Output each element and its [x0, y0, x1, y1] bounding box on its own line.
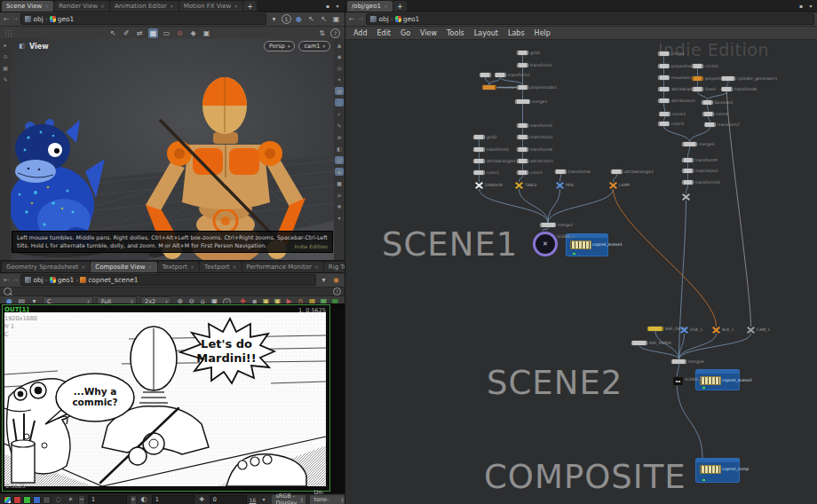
node-scene-1[interactable]: ✕SCENE_1 — [533, 232, 558, 256]
lock-camera-icon[interactable]: ◉ — [335, 52, 344, 60]
node-attribwrangle2[interactable]: attribwrangle2 — [611, 169, 623, 174]
dolly-icon[interactable]: ■ — [335, 179, 344, 187]
view-region-icon[interactable]: ▭ — [162, 28, 171, 38]
tab-close-icon[interactable]: × — [147, 264, 152, 270]
tab-close-icon[interactable]: × — [44, 4, 49, 9]
pane-menu-icon[interactable]: ▾ — [334, 3, 341, 10]
network-sync-icon[interactable]: ⇅ — [317, 28, 327, 38]
menu-edit[interactable]: Edit — [377, 29, 392, 37]
network-box-header[interactable] — [696, 370, 739, 374]
camera-dropdown[interactable]: cam1▾ — [298, 41, 330, 51]
node-circle1[interactable]: circle1 — [658, 51, 670, 56]
tab-close-icon[interactable]: × — [100, 4, 105, 9]
channel-alpha-swatch[interactable] — [43, 496, 51, 504]
projection-dropdown[interactable]: Persp▾ — [264, 41, 295, 51]
colorspace-select[interactable]: sRGB - Display↕ — [271, 494, 306, 504]
node-polyextrude2[interactable]: polyextrude2 — [658, 64, 670, 68]
node-mountain1[interactable]: mountain1 — [482, 85, 496, 90]
grid-display-icon[interactable]: ▥ — [335, 156, 344, 164]
contrast-value[interactable]: 1 — [152, 495, 194, 504]
breadcrumb-copnet[interactable]: copnet_scene1 — [80, 276, 138, 284]
display-options-icon[interactable]: ✦ — [335, 75, 344, 83]
visibility-icon[interactable]: ✓ — [335, 110, 344, 118]
node-attribcolor1[interactable]: attribcolor1 — [517, 159, 528, 163]
wireframe-icon[interactable]: ◇ — [335, 98, 344, 106]
node-transform4[interactable]: transform4 — [517, 147, 528, 152]
copnet-node-thumbnail[interactable] — [570, 240, 591, 249]
node-grid2[interactable]: grid2 — [473, 135, 485, 139]
bit-depth-label[interactable]: 16 — [250, 497, 257, 503]
network-box-header[interactable] — [696, 459, 739, 462]
breadcrumb-geo1[interactable]: geo1 — [50, 15, 75, 23]
handles-tool-icon[interactable]: ⇄ — [135, 28, 145, 38]
depth-dropdown-icon[interactable]: ▾ — [258, 495, 268, 504]
tab-motion-fx-view[interactable]: Motion FX View× — [179, 1, 243, 12]
pan-icon[interactable]: ≡ — [335, 191, 344, 199]
normals-icon[interactable]: ◧ — [335, 145, 344, 153]
tab-performance-monitor[interactable]: Performance Monitor× — [242, 262, 323, 272]
node-fuse1[interactable]: fuse1 — [692, 87, 703, 91]
breadcrumb-geo1[interactable]: geo1 — [50, 276, 75, 284]
node-attribwrangle1[interactable]: attribwrangle1 — [473, 159, 485, 163]
forward-icon[interactable]: → — [358, 16, 364, 23]
node-color4[interactable]: color4 — [702, 112, 714, 116]
node-ref-paper[interactable]: REF_PAPER — [631, 341, 647, 345]
cursor-mode-icon[interactable]: ↖ — [306, 14, 316, 24]
tab-textport[interactable]: Textport× — [200, 262, 242, 272]
breadcrumb-obj[interactable]: obj — [370, 15, 388, 23]
breadcrumb-geo1[interactable]: geo1 — [395, 15, 420, 23]
network-box-copnet-comp[interactable]: copnet_comp — [695, 458, 740, 483]
select-tool-icon[interactable]: ↖ — [108, 28, 118, 38]
node-transform9[interactable]: transform9 — [682, 158, 694, 162]
composite-viewer[interactable]: OUT[1] 1920x1080 fr 1 C 1, 0.5625 0.5625 — [0, 303, 345, 494]
pin-viewport-icon[interactable]: ⊙ — [1, 52, 10, 60]
node-merge4[interactable]: merge4 — [671, 359, 686, 364]
help-icon[interactable]: ? — [330, 28, 340, 38]
snapshot-icon[interactable]: ▣ — [202, 28, 211, 38]
tab-close-icon[interactable]: × — [314, 264, 319, 270]
tab-render-view[interactable]: Render View× — [54, 1, 109, 12]
brightness-icon[interactable]: ☀ — [66, 495, 75, 504]
menu-add[interactable]: Add — [353, 29, 368, 37]
tab-close-icon[interactable]: × — [233, 264, 237, 270]
node-circle2[interactable]: circle2 — [692, 64, 703, 68]
back-icon[interactable]: ← — [4, 16, 10, 23]
menu-view[interactable]: View — [420, 29, 437, 37]
scene-viewport[interactable]: ▸⊙▦✎ ◧ View Persp▾ cam1▾ — [0, 38, 345, 260]
node-attribwrangle3[interactable]: attribwrangle3 — [658, 87, 670, 91]
offset-value[interactable]: 0 — [210, 495, 247, 504]
grid-toggle-icon[interactable]: ▦ — [1, 64, 10, 72]
channel-blue-swatch[interactable] — [33, 496, 41, 504]
search-icon[interactable] — [4, 287, 12, 295]
forward-icon[interactable]: → — [12, 277, 19, 284]
channel-red-swatch[interactable] — [13, 496, 21, 504]
lasso-tool-icon[interactable]: ✐ — [122, 28, 131, 38]
tab-close-icon[interactable]: × — [170, 4, 174, 9]
node-color1[interactable]: color1 — [517, 170, 528, 175]
breadcrumb-obj[interactable]: obj — [25, 15, 43, 23]
ortho-icon[interactable]: ◆ — [335, 168, 344, 176]
path-history-dropdown-icon[interactable]: ▾ — [269, 14, 279, 24]
back-icon[interactable]: ← — [4, 277, 10, 284]
edit-mode-icon[interactable]: ✎ — [1, 75, 10, 83]
node-scene-2[interactable]: ▪▪SCENE_2 — [672, 376, 684, 386]
pane-split-icon[interactable]: ▪ — [797, 3, 805, 10]
node-color2[interactable]: color2 — [473, 170, 485, 175]
node-n3[interactable] — [480, 73, 491, 77]
toolbar-drag-handle[interactable] — [4, 29, 12, 37]
forward-icon[interactable]: → — [12, 16, 19, 23]
channel-rgb-swatch[interactable] — [4, 496, 12, 504]
path-history-dropdown-icon[interactable]: ▾ — [319, 275, 329, 285]
help-icon[interactable]: ? — [333, 287, 341, 295]
node-curve1[interactable]: curve1 — [659, 112, 670, 116]
network-canvas[interactable]: Indie Edition SCENE1SCENE2COMPOSITEcopne… — [345, 37, 817, 504]
brightness-plus-button[interactable]: + — [130, 495, 137, 504]
annotate-icon[interactable]: ✎ — [335, 122, 344, 130]
render-region-icon[interactable]: ⊘ — [175, 28, 185, 38]
node-polyextrude3[interactable]: polyextrude3 — [692, 76, 703, 81]
scene-path-field[interactable]: obj › geo1 — [20, 13, 266, 25]
copnet-node-thumbnail[interactable] — [700, 376, 721, 385]
cursor-secondary-icon[interactable]: ↖ — [319, 14, 329, 24]
tab-close-icon[interactable]: × — [234, 4, 238, 9]
tab-animation-editor[interactable]: Animation Editor× — [110, 1, 178, 12]
